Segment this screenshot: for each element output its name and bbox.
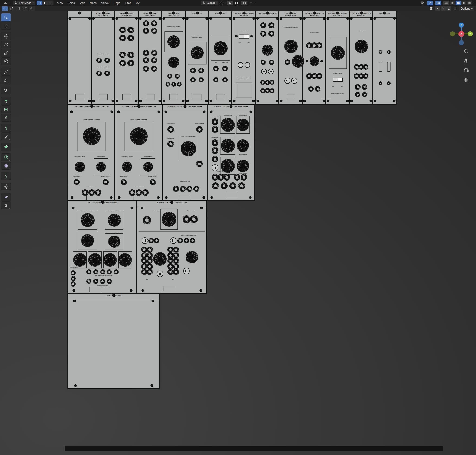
module-vco-1[interactable]: VOLTAGE CONTROLLED OSCILLATORFIXED CONTR… [68,201,137,293]
options-dropdown[interactable]: Options [459,6,474,11]
tool-inset-faces[interactable] [1,105,11,113]
module-blank[interactable] [68,11,92,104]
select-option-intersect[interactable] [29,7,35,11]
module-ffb-1[interactable]: FIXED FILTER BANK [68,293,159,389]
mirror-axis-z[interactable]: Z [446,7,451,11]
visibility-button[interactable] [419,1,425,5]
menu-view[interactable]: View [55,1,65,5]
menu-select[interactable]: Select [66,1,77,5]
mirror-butterfly-icon[interactable] [428,6,434,11]
rocker-switch[interactable] [333,78,343,82]
panel-label: REGENERATION [144,156,152,157]
knob-small [315,86,320,91]
options-label: Options [461,7,470,10]
select-option-extend[interactable] [8,7,15,11]
mirror-axis-x[interactable]: X [435,7,440,11]
tool-measure[interactable] [1,76,11,84]
tool-smooth[interactable] [1,162,11,170]
tool-extrude-region[interactable] [1,97,11,105]
hand-icon[interactable] [463,58,469,64]
menu-uv[interactable]: UV [134,1,142,5]
gizmo-axis-y[interactable]: Y [468,31,473,36]
snap-target-button[interactable] [233,1,239,5]
shading-rendered-button[interactable] [467,1,472,5]
face-select-button[interactable] [48,1,53,5]
pivot-point-button[interactable] [219,1,225,5]
tool-move[interactable] [1,32,11,40]
gizmo-axis-x[interactable]: X [458,31,464,37]
module-osc-ctl-2[interactable]: OSCILLATOR CONTROLLERFIXED CONTROL VOLTA… [279,11,302,104]
module-title: VOLTAGE CONTROLLED OSCILLATOR [137,202,206,204]
select-option-invert[interactable] [22,7,28,11]
tool-poly-build[interactable] [1,143,11,151]
knob-small [142,252,147,258]
module-env-gen[interactable]: ENVELOPE GENERATOR [256,11,279,104]
module-vca-2[interactable]: VOLTAGE CONTROLLED AMPLIFIERCONTROL MODE [302,11,326,104]
menu-add[interactable]: Add [78,1,87,5]
proportional-falloff-button[interactable] [248,1,254,5]
tool-add-cube[interactable] [1,87,11,94]
tool-bevel[interactable] [1,114,11,122]
tool-edge-slide[interactable] [1,172,11,180]
shading-wireframe-button[interactable] [450,1,455,5]
tool-annotate[interactable] [1,68,11,76]
gizmo-axis-neg[interactable] [459,40,464,45]
xray-toggle-button[interactable] [443,1,449,5]
module-vca-1[interactable]: VOLTAGE CONTROLLED AMPLIFIERCONTROL MODE… [232,11,256,104]
menu-vertex[interactable]: Vertex [99,1,111,5]
module-vco-2[interactable]: VOLTAGE CONTROLLED OSCILLATORFIXED CONTR… [137,201,207,293]
show-gizmo-button[interactable] [427,1,433,5]
menu-mesh[interactable]: Mesh [88,1,99,5]
module-vclpf-1[interactable]: VOLTAGE CONTROLLED LOW PASS FILTERFIXED … [68,104,115,201]
panel-label: CONTROL MODE [334,73,342,74]
module-osc-3[interactable]: OSCILLATOR [373,11,396,104]
editor-type-button[interactable] [2,1,12,5]
navigation-gizmo[interactable]: ZYX [447,20,475,48]
vertex-select-button[interactable] [37,1,42,5]
mirror-axis-y[interactable]: Y [441,7,446,11]
tool-tweak-select[interactable] [1,13,11,21]
module-vclpf-2[interactable]: VOLTAGE CONTROLLED LOW PASS FILTERFIXED … [115,104,162,201]
tool-spin[interactable] [1,153,11,161]
tool-scale[interactable] [1,49,11,57]
shading-solid-button[interactable] [456,1,461,5]
module-osc-2[interactable]: OSCILLATORMIXWAVEFORM [209,11,232,104]
grid-icon[interactable] [463,77,469,83]
viewport[interactable]: RANDOM SIGNAL GENERATORSIGNAL MODE OUTPU… [0,6,476,455]
knob-small [307,73,312,79]
tool-transform[interactable] [1,57,11,65]
module-vca-3[interactable]: VOLTAGE CONTROLLED AMPLIFIERCONTROL MODE… [326,11,350,104]
show-overlays-button[interactable] [435,1,441,5]
shading-material-button[interactable] [461,1,467,5]
select-option-set[interactable] [2,7,8,11]
tool-shrink-fatten[interactable] [1,183,11,190]
mode-selector[interactable]: Edit Mode [13,1,35,5]
module-vclpf-3[interactable]: VOLTAGE CONTROLLED LOW PASS FILTERSIGNAL… [162,104,208,201]
module-rsg-2[interactable]: RANDOM SIGNAL GENERATOR [115,11,138,104]
rocker-switch[interactable] [239,34,249,39]
tool-knife[interactable] [1,132,11,140]
module-vclpf-4[interactable]: VOLTAGE CONTROLLED LOW PASS FILTERSIGNAL… [208,104,254,201]
menu-face[interactable]: Face [123,1,133,5]
tool-shear[interactable] [1,193,11,201]
tool-loop-cut[interactable] [1,124,11,132]
edge-select-button[interactable] [42,1,48,5]
gizmo-axis-z[interactable]: Z [459,23,464,28]
tool-cursor[interactable] [1,22,11,30]
module-vca-4[interactable]: VOLTAGE CONTROLLED AMPLIFIERCONTROL MODE [350,11,373,104]
menu-edge[interactable]: Edge [112,1,122,5]
snap-options-icon[interactable] [452,6,458,11]
tool-rip-region[interactable] [1,201,11,209]
proportional-editing-button[interactable] [242,1,247,5]
module-rsg-1[interactable]: RANDOM SIGNAL GENERATORSIGNAL MODE OUTPU… [92,11,115,104]
zoom-icon[interactable] [463,48,469,54]
tool-rotate[interactable] [1,41,11,49]
module-osc-1[interactable]: OSCILLATORFREQUENCY RANGE [185,11,209,104]
orientation-selector[interactable]: Global [201,1,219,5]
snap-magnet-button[interactable] [227,1,233,5]
select-option-subtract[interactable] [15,7,21,11]
camera-icon[interactable] [463,67,469,73]
module-rsg-3[interactable]: RANDOM SIGNAL GENERATOR [138,11,162,104]
gizmo-axis-neg[interactable] [450,31,455,36]
module-osc-ctl-1[interactable]: OSCILLATOR CONTROLLERFIXED CONTROL VOLTA… [162,11,185,104]
